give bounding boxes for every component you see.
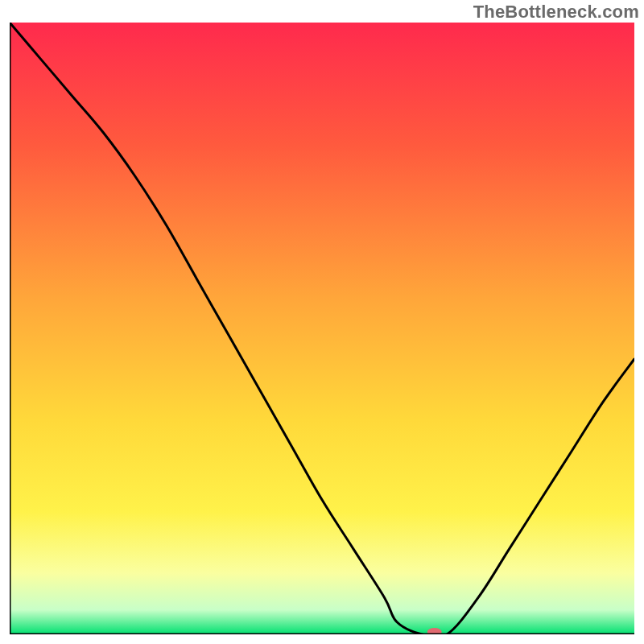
bottleneck-chart <box>10 23 634 634</box>
watermark-text: TheBottleneck.com <box>473 2 639 23</box>
gradient-background <box>10 23 634 634</box>
plot-area <box>10 23 634 634</box>
chart-frame: TheBottleneck.com <box>0 0 644 644</box>
